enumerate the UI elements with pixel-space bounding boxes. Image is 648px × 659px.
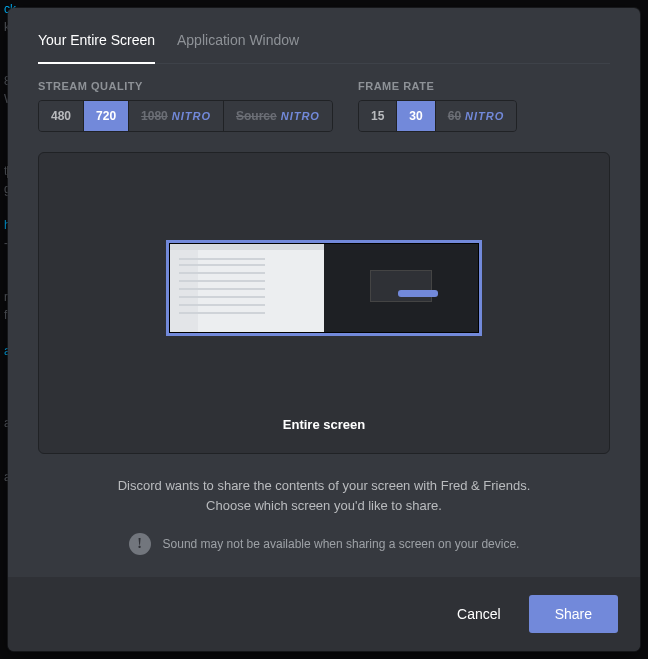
share-help-text: Discord wants to share the contents of y…: [38, 476, 610, 515]
screen-preview-panel: Entire screen: [38, 152, 610, 454]
quality-720[interactable]: 720: [84, 101, 129, 131]
thumbnail-right-window: [324, 244, 478, 332]
quality-480[interactable]: 480: [39, 101, 84, 131]
fps-15[interactable]: 15: [359, 101, 397, 131]
quality-1080-nitro[interactable]: 1080NITRO: [129, 101, 224, 131]
screen-thumbnail[interactable]: [167, 241, 481, 335]
stream-quality-group: 480 720 1080NITRO SourceNITRO: [38, 100, 333, 132]
cancel-button[interactable]: Cancel: [437, 595, 521, 633]
thumbnail-left-window: [170, 244, 324, 332]
audio-warning-text: Sound may not be available when sharing …: [163, 537, 520, 551]
share-mode-tabs: Your Entire Screen Application Window: [38, 28, 610, 64]
warning-icon: !: [129, 533, 151, 555]
modal-footer: Cancel Share: [8, 577, 640, 651]
stream-quality-label: STREAM QUALITY: [38, 80, 338, 92]
fps-60-nitro[interactable]: 60NITRO: [436, 101, 517, 131]
nitro-badge-icon: NITRO: [172, 110, 211, 122]
frame-rate-label: FRAME RATE: [358, 80, 610, 92]
fps-30[interactable]: 30: [397, 101, 435, 131]
screen-share-modal: Your Entire Screen Application Window ST…: [8, 8, 640, 651]
nitro-badge-icon: NITRO: [465, 110, 504, 122]
screen-thumbnail-label: Entire screen: [283, 417, 365, 432]
quality-source-nitro[interactable]: SourceNITRO: [224, 101, 332, 131]
frame-rate-group: 15 30 60NITRO: [358, 100, 517, 132]
tab-entire-screen[interactable]: Your Entire Screen: [38, 28, 155, 64]
tab-application-window[interactable]: Application Window: [177, 28, 299, 63]
nitro-badge-icon: NITRO: [281, 110, 320, 122]
audio-warning-row: ! Sound may not be available when sharin…: [38, 533, 610, 555]
share-button[interactable]: Share: [529, 595, 618, 633]
